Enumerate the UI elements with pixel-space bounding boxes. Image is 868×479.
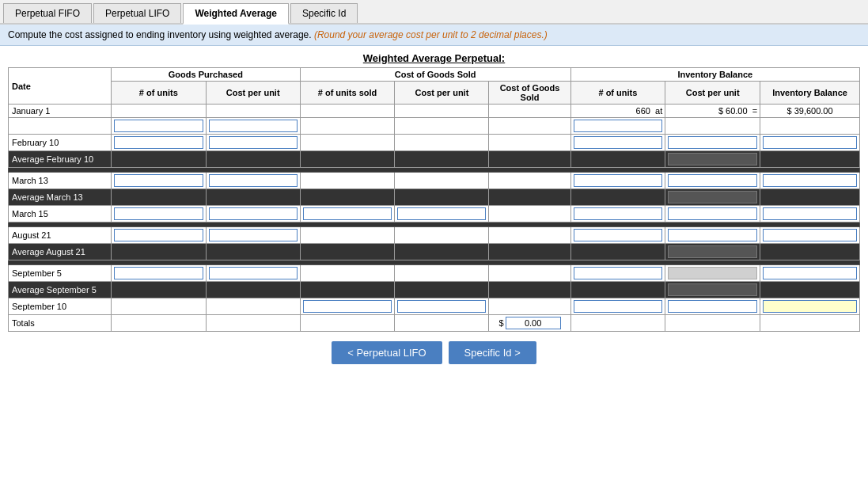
table-title: Weighted Average Perpetual: — [8, 52, 860, 64]
input-cell[interactable] — [574, 136, 663, 149]
info-bar: Compute the cost assigned to ending inve… — [0, 25, 868, 46]
input-cell[interactable] — [668, 267, 757, 279]
input-cell-yellow[interactable] — [763, 300, 857, 313]
jan-inv-cost: $ 60.00 = — [665, 105, 760, 118]
input-cell[interactable] — [763, 207, 857, 220]
totals-cogs-input[interactable] — [506, 317, 561, 329]
jan-inv-bal: $ 39,600.00 — [760, 105, 860, 118]
header-inv-inventory-balance: Inventory Balance — [760, 82, 860, 105]
input-cell[interactable] — [668, 245, 757, 258]
input-cell[interactable] — [763, 174, 857, 187]
table-row: September 10 — [9, 298, 860, 315]
input-cell[interactable] — [397, 207, 486, 220]
input-cell[interactable] — [668, 300, 757, 313]
input-cell[interactable] — [668, 229, 757, 241]
average-row: Average August 21 — [9, 244, 860, 260]
header-date: Date — [9, 68, 112, 105]
header-inventory-balance: Inventory Balance — [570, 68, 859, 82]
input-cell[interactable] — [114, 207, 203, 220]
input-cell[interactable] — [114, 229, 203, 241]
input-cell[interactable] — [574, 229, 663, 241]
header-inv-num-units: # of units — [570, 82, 665, 105]
header-cogs-col: Cost of Goods Sold — [489, 82, 570, 105]
input-cell[interactable] — [668, 153, 757, 165]
main-table: Date Goods Purchased Cost of Goods Sold … — [8, 67, 860, 332]
input-cell[interactable] — [668, 283, 757, 296]
table-row: March 13 — [9, 173, 860, 189]
bottom-nav: < Perpetual LIFO Specific Id > — [8, 341, 860, 374]
average-row: Average September 5 — [9, 282, 860, 298]
header-num-units-sold: # of units sold — [300, 82, 395, 105]
header-cost-per-unit: Cost per unit — [206, 82, 300, 105]
input-cell[interactable] — [574, 174, 663, 187]
tab-specific-id[interactable]: Specific Id — [290, 3, 358, 23]
input-cell[interactable] — [114, 174, 203, 187]
input-cell[interactable] — [668, 207, 757, 220]
main-content: Weighted Average Perpetual: Date Goods P… — [0, 46, 868, 380]
table-row: February 10 — [9, 135, 860, 151]
input-cell[interactable] — [763, 229, 857, 241]
input-cell[interactable] — [668, 174, 757, 187]
header-num-units: # of units — [112, 82, 207, 105]
date-label: January 1 — [9, 105, 112, 118]
header-cost-per-unit-sold: Cost per unit — [395, 82, 489, 105]
input-cell[interactable] — [574, 267, 663, 279]
table-row: September 5 — [9, 265, 860, 282]
input-cell[interactable] — [209, 207, 298, 220]
input-cell[interactable] — [209, 229, 298, 241]
next-button[interactable]: Specific Id > — [449, 341, 536, 364]
input-cell[interactable] — [209, 267, 298, 279]
input-cell[interactable] — [763, 136, 857, 149]
header-cost-of-goods-sold: Cost of Goods Sold — [300, 68, 570, 82]
input-cell[interactable] — [668, 191, 757, 203]
average-row: Average February 10 — [9, 151, 860, 168]
totals-dollar: $ — [498, 318, 503, 328]
tab-perpetual-lifo[interactable]: Perpetual LIFO — [93, 3, 181, 23]
average-row: Average March 13 — [9, 189, 860, 206]
input-cell[interactable] — [668, 136, 757, 149]
input-cell[interactable] — [574, 300, 663, 313]
table-row — [9, 118, 860, 135]
input-cell[interactable] — [209, 174, 298, 187]
tab-weighted-average[interactable]: Weighted Average — [183, 3, 289, 25]
prev-button[interactable]: < Perpetual LIFO — [332, 341, 442, 364]
input-cell[interactable] — [574, 207, 663, 220]
totals-row: Totals $ — [9, 315, 860, 332]
table-row: August 21 — [9, 227, 860, 244]
input-cell[interactable] — [763, 267, 857, 279]
input-cell[interactable] — [114, 136, 203, 149]
input-cell[interactable] — [209, 120, 298, 132]
table-row: January 1 660 at $ 60.00 = $ 39,600.00 — [9, 105, 860, 118]
jan-inv-units: 660 at — [570, 105, 665, 118]
header-inv-cost-per-unit: Cost per unit — [665, 82, 760, 105]
input-cell[interactable] — [209, 136, 298, 149]
table-row: March 15 — [9, 206, 860, 222]
input-cell[interactable] — [397, 300, 486, 313]
input-cell[interactable] — [303, 207, 392, 220]
input-cell[interactable] — [574, 120, 663, 132]
totals-cogs-container: $ — [491, 317, 567, 329]
input-cell[interactable] — [114, 120, 203, 132]
header-goods-purchased: Goods Purchased — [112, 68, 301, 82]
input-cell[interactable] — [114, 267, 203, 279]
tab-perpetual-fifo[interactable]: Perpetual FIFO — [3, 3, 92, 23]
tab-bar: Perpetual FIFO Perpetual LIFO Weighted A… — [0, 0, 868, 25]
input-cell[interactable] — [303, 300, 392, 313]
